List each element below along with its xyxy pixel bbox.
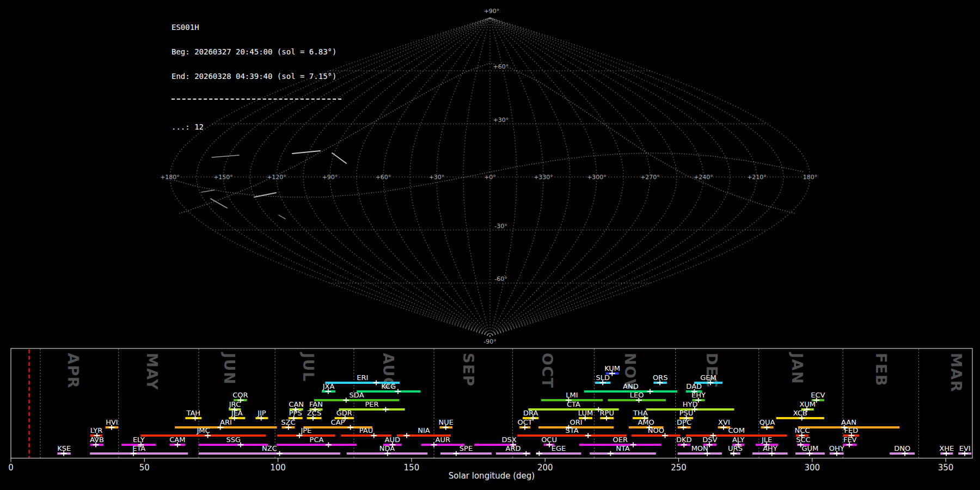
- shower-label-SPE: SPE: [460, 444, 473, 452]
- shower-label-FEV: FEV: [843, 436, 857, 444]
- peak-marker-STA: [585, 433, 591, 438]
- shower-label-SCC: SCC: [796, 436, 810, 444]
- longitude-grid-label: +240°: [694, 174, 713, 181]
- shower-label-NTA: NTA: [616, 444, 630, 452]
- month-label-jul: JUL: [300, 352, 317, 382]
- longitude-grid-label: +0°: [484, 174, 496, 181]
- meteor-streak: [212, 155, 239, 157]
- peak-marker-NTA: [608, 451, 614, 456]
- x-tick-label-300: 300: [804, 463, 820, 473]
- shower-label-EVI: EVI: [959, 444, 971, 452]
- longitude-grid-label: +270°: [640, 174, 660, 181]
- shower-label-GDR: GDR: [336, 409, 352, 417]
- shower-label-SSG: SSG: [226, 436, 241, 444]
- shower-label-ETA: ETA: [132, 444, 145, 452]
- shower-label-NUE: NUE: [438, 418, 453, 426]
- x-tick-label-100: 100: [270, 463, 286, 473]
- latitude-grid-label: +60°: [493, 63, 509, 70]
- peak-marker-SPE: [453, 451, 459, 456]
- longitude-grid-label: +300°: [587, 174, 607, 181]
- peak-marker-CAP: [347, 425, 353, 430]
- longitude-grid-label: +210°: [747, 174, 767, 181]
- shower-label-OHY: OHY: [829, 444, 844, 452]
- shower-bar-PCA: [277, 444, 357, 446]
- x-axis-label: Solar longitude (deg): [449, 471, 535, 481]
- reference-curve: [180, 63, 795, 213]
- meteor-streak: [211, 199, 227, 208]
- x-tick-label-50: 50: [139, 463, 150, 473]
- longitude-grid-label: +30°: [429, 174, 445, 181]
- south-pole-label: -90°: [483, 338, 496, 345]
- shower-bar-NZC: [199, 452, 340, 455]
- shower-bar-SSG: [199, 444, 268, 446]
- longitude-grid-label: +330°: [534, 174, 553, 181]
- shower-label-OCU: OCU: [541, 436, 557, 444]
- month-label-feb: FEB: [873, 353, 890, 387]
- shower-label-LMI: LMI: [566, 391, 578, 399]
- shower-label-KUM: KUM: [604, 364, 620, 372]
- peak-marker-AND: [647, 389, 653, 394]
- shower-label-OCT: OCT: [518, 418, 532, 426]
- month-label-sep: SEP: [460, 353, 477, 387]
- peak-marker-ARD: [523, 451, 529, 456]
- latitude-grid-label: -30°: [494, 223, 507, 230]
- shower-label-COR: COR: [232, 391, 248, 399]
- shower-label-HVI: HVI: [106, 418, 118, 426]
- shower-bar-JMC: [140, 434, 266, 437]
- longitude-grid-label: +90°: [322, 174, 338, 181]
- shower-bar-KCG: [357, 390, 421, 393]
- shower-label-LEO: LEO: [630, 391, 644, 399]
- shower-bar-AUR: [421, 444, 464, 446]
- month-label-jun: JUN: [221, 352, 238, 385]
- shower-label-JIP: JIP: [257, 409, 266, 417]
- shower-label-FED: FED: [844, 426, 859, 434]
- peak-marker-EGE: [536, 451, 542, 456]
- shower-label-GUM: GUM: [801, 444, 818, 452]
- longitude-grid-label: +180°: [160, 174, 180, 181]
- shower-label-JPE: JPE: [300, 426, 311, 434]
- shower-label-JEA: JEA: [231, 409, 243, 417]
- shower-label-JLE: JLE: [761, 436, 772, 444]
- shower-label-NOO: NOO: [648, 426, 664, 434]
- longitude-grid-label: +60°: [376, 174, 391, 181]
- x-tick-label-350: 350: [938, 463, 954, 473]
- shower-label-XUM: XUM: [799, 400, 816, 408]
- shower-label-ALY: ALY: [732, 436, 744, 444]
- shower-bar-SDA: [314, 399, 400, 401]
- meteor-streak: [201, 190, 215, 192]
- shower-label-OER: OER: [613, 436, 628, 444]
- shower-label-QUA: QUA: [759, 418, 775, 426]
- shower-label-NZC: NZC: [262, 444, 277, 452]
- x-tick-label-250: 250: [671, 463, 687, 473]
- month-label-apr: APR: [65, 353, 82, 389]
- shower-label-XHE: XHE: [939, 444, 954, 452]
- shower-label-DSX: DSX: [501, 436, 516, 444]
- shower-label-JMC: JMC: [196, 426, 210, 434]
- shower-label-FAN: FAN: [309, 400, 323, 408]
- meteor-streak: [292, 151, 320, 154]
- peak-marker-SDA: [343, 398, 349, 403]
- shower-bar-ARI: [175, 426, 277, 428]
- peak-marker-OER: [630, 443, 636, 448]
- shower-label-NDA: NDA: [379, 444, 395, 452]
- shower-label-PCA: PCA: [310, 436, 324, 444]
- shower-label-PAU: PAU: [359, 426, 373, 434]
- shower-label-DAD: DAD: [686, 382, 702, 390]
- shower-label-DSV: DSV: [702, 436, 717, 444]
- shower-label-ORS: ORS: [653, 373, 668, 382]
- x-tick-label-0: 0: [8, 463, 14, 473]
- shower-label-ARD: ARD: [506, 444, 521, 452]
- shower-label-JRC: JRC: [229, 400, 241, 408]
- shower-label-PPS: PPS: [289, 409, 302, 417]
- shower-label-AND: AND: [623, 382, 639, 390]
- shower-label-SLD: SLD: [596, 373, 610, 382]
- shower-label-ARI: ARI: [220, 418, 232, 426]
- shower-bar-EGE: [536, 452, 581, 455]
- shower-label-GEM: GEM: [700, 373, 716, 382]
- shower-label-AAN: AAN: [841, 418, 856, 426]
- latitude-grid-label: +30°: [493, 117, 509, 124]
- x-tick-label-200: 200: [537, 463, 553, 473]
- shower-label-AHY: AHY: [763, 444, 777, 452]
- shower-label-DKD: DKD: [676, 436, 692, 444]
- shower-label-CAM: CAM: [169, 436, 185, 444]
